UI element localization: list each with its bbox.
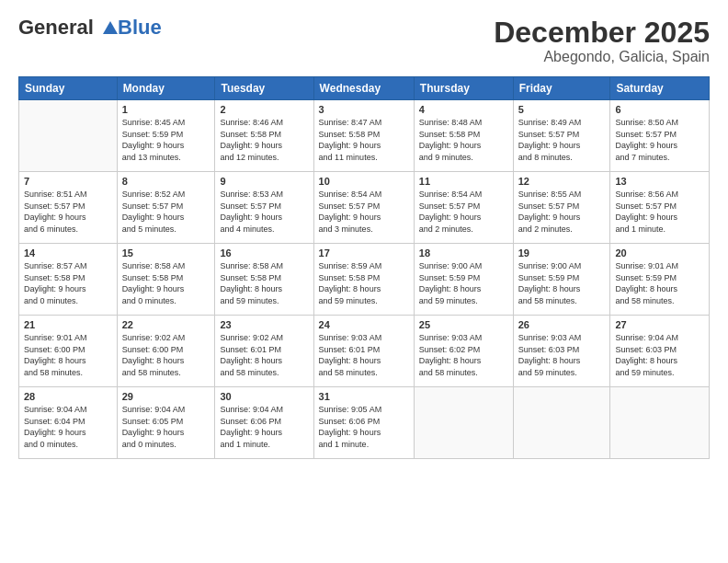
calendar-cell: 26Sunrise: 9:03 AMSunset: 6:03 PMDayligh… — [513, 316, 610, 387]
logo: General Blue — [18, 17, 162, 39]
calendar-cell — [610, 387, 710, 459]
col-saturday: Saturday — [610, 77, 710, 100]
day-number: 12 — [518, 176, 606, 187]
page: General Blue December 2025 Abegondo, Gal… — [0, 0, 728, 563]
day-info: Sunrise: 9:02 AMSunset: 6:01 PMDaylight:… — [220, 332, 308, 378]
day-number: 24 — [319, 319, 409, 330]
calendar-week-2: 14Sunrise: 8:57 AMSunset: 5:58 PMDayligh… — [19, 244, 710, 316]
col-tuesday: Tuesday — [215, 77, 313, 100]
day-number: 7 — [24, 176, 112, 187]
day-info: Sunrise: 9:04 AMSunset: 6:04 PMDaylight:… — [24, 404, 112, 450]
day-number: 28 — [24, 391, 112, 402]
calendar-cell: 29Sunrise: 9:04 AMSunset: 6:05 PMDayligh… — [117, 387, 215, 459]
calendar-cell: 2Sunrise: 8:46 AMSunset: 5:58 PMDaylight… — [215, 100, 313, 172]
day-info: Sunrise: 8:54 AMSunset: 5:57 PMDaylight:… — [419, 189, 508, 235]
day-number: 14 — [24, 247, 112, 259]
calendar-cell: 3Sunrise: 8:47 AMSunset: 5:58 PMDaylight… — [313, 100, 414, 172]
day-info: Sunrise: 9:00 AMSunset: 5:59 PMDaylight:… — [518, 260, 606, 306]
day-number: 2 — [220, 104, 308, 115]
calendar-cell: 28Sunrise: 9:04 AMSunset: 6:04 PMDayligh… — [19, 387, 118, 459]
calendar-cell: 13Sunrise: 8:56 AMSunset: 5:57 PMDayligh… — [610, 172, 710, 244]
calendar-cell: 15Sunrise: 8:58 AMSunset: 5:58 PMDayligh… — [117, 244, 215, 316]
day-number: 5 — [518, 104, 606, 115]
day-info: Sunrise: 9:03 AMSunset: 6:02 PMDaylight:… — [419, 332, 508, 378]
day-info: Sunrise: 9:04 AMSunset: 6:05 PMDaylight:… — [122, 404, 210, 450]
day-info: Sunrise: 8:51 AMSunset: 5:57 PMDaylight:… — [24, 189, 112, 235]
day-info: Sunrise: 9:02 AMSunset: 6:00 PMDaylight:… — [122, 332, 210, 378]
calendar-cell — [414, 387, 513, 459]
svg-marker-0 — [103, 21, 118, 34]
calendar-cell: 11Sunrise: 8:54 AMSunset: 5:57 PMDayligh… — [414, 172, 513, 244]
col-sunday: Sunday — [19, 77, 118, 100]
day-info: Sunrise: 8:46 AMSunset: 5:58 PMDaylight:… — [220, 117, 308, 163]
day-info: Sunrise: 8:53 AMSunset: 5:57 PMDaylight:… — [220, 189, 308, 235]
day-number: 29 — [122, 391, 210, 402]
day-info: Sunrise: 8:52 AMSunset: 5:57 PMDaylight:… — [122, 189, 210, 235]
day-info: Sunrise: 8:48 AMSunset: 5:58 PMDaylight:… — [419, 117, 508, 163]
day-number: 16 — [220, 247, 308, 259]
calendar-cell: 4Sunrise: 8:48 AMSunset: 5:58 PMDaylight… — [414, 100, 513, 172]
calendar-cell: 20Sunrise: 9:01 AMSunset: 5:59 PMDayligh… — [610, 244, 710, 316]
day-number: 4 — [419, 104, 508, 115]
day-info: Sunrise: 8:58 AMSunset: 5:58 PMDaylight:… — [220, 260, 308, 306]
calendar-week-1: 7Sunrise: 8:51 AMSunset: 5:57 PMDaylight… — [19, 172, 710, 244]
day-info: Sunrise: 8:55 AMSunset: 5:57 PMDaylight:… — [518, 189, 606, 235]
day-number: 26 — [518, 319, 606, 330]
day-info: Sunrise: 8:58 AMSunset: 5:58 PMDaylight:… — [122, 260, 210, 306]
calendar-cell: 27Sunrise: 9:04 AMSunset: 6:03 PMDayligh… — [610, 316, 710, 387]
col-thursday: Thursday — [414, 77, 513, 100]
calendar-cell — [513, 387, 610, 459]
logo-blue: Blue — [118, 16, 162, 39]
calendar-week-0: 1Sunrise: 8:45 AMSunset: 5:59 PMDaylight… — [19, 100, 710, 172]
calendar-cell: 30Sunrise: 9:04 AMSunset: 6:06 PMDayligh… — [215, 387, 313, 459]
day-number: 3 — [319, 104, 409, 115]
day-number: 19 — [518, 247, 606, 259]
day-info: Sunrise: 8:47 AMSunset: 5:58 PMDaylight:… — [319, 117, 409, 163]
calendar-cell: 1Sunrise: 8:45 AMSunset: 5:59 PMDaylight… — [117, 100, 215, 172]
day-info: Sunrise: 8:45 AMSunset: 5:59 PMDaylight:… — [122, 117, 210, 163]
day-info: Sunrise: 8:49 AMSunset: 5:57 PMDaylight:… — [518, 117, 606, 163]
day-number: 31 — [319, 391, 409, 402]
calendar-title: December 2025 — [494, 17, 710, 49]
col-friday: Friday — [513, 77, 610, 100]
day-number: 23 — [220, 319, 308, 330]
calendar-cell — [19, 100, 118, 172]
calendar-cell: 17Sunrise: 8:59 AMSunset: 5:58 PMDayligh… — [313, 244, 414, 316]
calendar-cell: 21Sunrise: 9:01 AMSunset: 6:00 PMDayligh… — [19, 316, 118, 387]
day-number: 20 — [615, 247, 704, 259]
calendar-cell: 14Sunrise: 8:57 AMSunset: 5:58 PMDayligh… — [19, 244, 118, 316]
day-number: 1 — [122, 104, 210, 115]
day-number: 25 — [419, 319, 508, 330]
day-number: 13 — [615, 176, 704, 187]
logo-icon — [101, 19, 119, 38]
day-info: Sunrise: 9:04 AMSunset: 6:06 PMDaylight:… — [220, 404, 308, 450]
day-info: Sunrise: 9:05 AMSunset: 6:06 PMDaylight:… — [319, 404, 409, 450]
calendar-cell: 10Sunrise: 8:54 AMSunset: 5:57 PMDayligh… — [313, 172, 414, 244]
day-number: 30 — [220, 391, 308, 402]
day-info: Sunrise: 9:01 AMSunset: 6:00 PMDaylight:… — [24, 332, 112, 378]
calendar-cell: 24Sunrise: 9:03 AMSunset: 6:01 PMDayligh… — [313, 316, 414, 387]
calendar-cell: 8Sunrise: 8:52 AMSunset: 5:57 PMDaylight… — [117, 172, 215, 244]
calendar-cell: 7Sunrise: 8:51 AMSunset: 5:57 PMDaylight… — [19, 172, 118, 244]
calendar-table: Sunday Monday Tuesday Wednesday Thursday… — [18, 76, 710, 459]
day-number: 22 — [122, 319, 210, 330]
day-info: Sunrise: 9:04 AMSunset: 6:03 PMDaylight:… — [615, 332, 704, 378]
calendar-cell: 6Sunrise: 8:50 AMSunset: 5:57 PMDaylight… — [610, 100, 710, 172]
calendar-cell: 22Sunrise: 9:02 AMSunset: 6:00 PMDayligh… — [117, 316, 215, 387]
calendar-cell: 5Sunrise: 8:49 AMSunset: 5:57 PMDaylight… — [513, 100, 610, 172]
day-number: 17 — [319, 247, 409, 259]
calendar-cell: 12Sunrise: 8:55 AMSunset: 5:57 PMDayligh… — [513, 172, 610, 244]
calendar-cell: 18Sunrise: 9:00 AMSunset: 5:59 PMDayligh… — [414, 244, 513, 316]
logo-general: General — [18, 16, 94, 39]
calendar-cell: 16Sunrise: 8:58 AMSunset: 5:58 PMDayligh… — [215, 244, 313, 316]
day-info: Sunrise: 9:03 AMSunset: 6:01 PMDaylight:… — [319, 332, 409, 378]
calendar-cell: 19Sunrise: 9:00 AMSunset: 5:59 PMDayligh… — [513, 244, 610, 316]
day-info: Sunrise: 8:56 AMSunset: 5:57 PMDaylight:… — [615, 189, 704, 235]
day-info: Sunrise: 8:59 AMSunset: 5:58 PMDaylight:… — [319, 260, 409, 306]
day-number: 6 — [615, 104, 704, 115]
calendar-week-4: 28Sunrise: 9:04 AMSunset: 6:04 PMDayligh… — [19, 387, 710, 459]
calendar-subtitle: Abegondo, Galicia, Spain — [494, 49, 710, 65]
calendar-cell: 31Sunrise: 9:05 AMSunset: 6:06 PMDayligh… — [313, 387, 414, 459]
day-number: 27 — [615, 319, 704, 330]
day-number: 11 — [419, 176, 508, 187]
